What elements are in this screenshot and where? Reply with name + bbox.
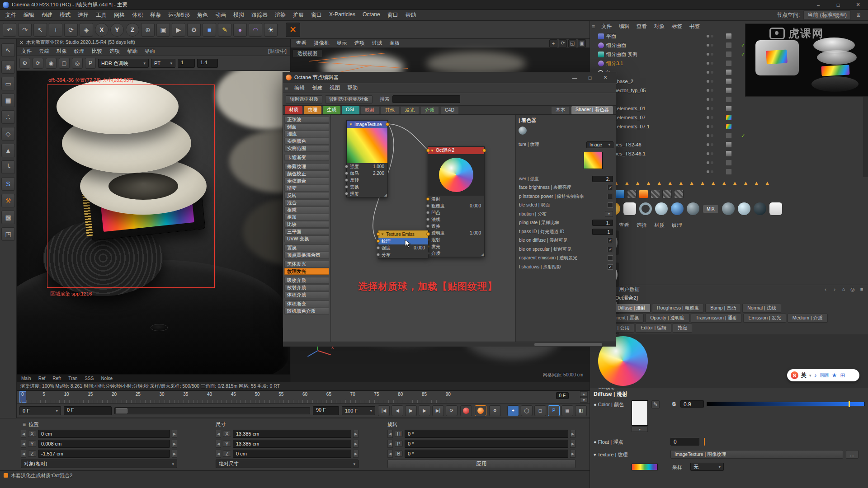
material-tab[interactable]: Editor | 编辑 bbox=[636, 324, 671, 333]
node-input-dot[interactable] bbox=[426, 211, 429, 214]
attribute-menu-item[interactable]: 用户数据 bbox=[615, 285, 643, 294]
gray-sphere-icon-3[interactable] bbox=[754, 202, 766, 215]
node-editor-menu-item[interactable]: 编辑 bbox=[291, 84, 308, 92]
node-type-item[interactable]: 黑体发光 bbox=[284, 261, 329, 267]
node-search-input[interactable] bbox=[392, 95, 460, 103]
enabled-check-icon[interactable]: ✓ bbox=[741, 52, 745, 57]
render-settings-icon[interactable]: ⚙ bbox=[187, 23, 201, 37]
texture-preset-icon[interactable] bbox=[651, 190, 660, 198]
float-slider-tick[interactable] bbox=[704, 438, 705, 446]
param-dropdown[interactable]: ▾ bbox=[605, 211, 613, 217]
axis-z-toggle[interactable]: Z bbox=[126, 23, 139, 37]
visibility-dots[interactable] bbox=[707, 152, 713, 155]
slider-marker[interactable] bbox=[849, 401, 850, 407]
increment-button[interactable]: ▶ bbox=[353, 440, 359, 448]
object-row[interactable]: shapes_TS2-46 bbox=[590, 140, 868, 149]
warning-triangle-icon[interactable]: ▲ bbox=[711, 180, 716, 186]
coordinate-system-icon[interactable]: ⊕ bbox=[141, 23, 155, 37]
coordinate-input[interactable]: 13.385 cm bbox=[233, 430, 351, 438]
menu-item[interactable]: 选择 bbox=[74, 10, 92, 20]
node-input-dot[interactable] bbox=[345, 165, 348, 168]
timeline-scroll-down[interactable]: ▼ bbox=[580, 397, 588, 403]
menu-item[interactable]: 模式 bbox=[56, 10, 74, 20]
menu-item[interactable]: 角色 bbox=[193, 10, 212, 20]
render-picture-viewer-button[interactable] bbox=[475, 405, 486, 416]
viewport-menu-item[interactable]: 过滤 bbox=[368, 39, 386, 47]
pan-view-icon[interactable]: + bbox=[549, 39, 557, 47]
node-type-item[interactable]: 顶点置换混合器 bbox=[284, 252, 329, 258]
increment-button[interactable]: ▶ bbox=[570, 450, 576, 458]
texture-preset-icon[interactable] bbox=[639, 190, 648, 198]
warning-triangle-icon[interactable]: ▲ bbox=[732, 180, 738, 186]
texture-tag-icon[interactable] bbox=[726, 78, 732, 84]
pick-focus-icon[interactable]: ◎ bbox=[72, 58, 83, 69]
node-editor-hscrollbar[interactable] bbox=[283, 342, 616, 347]
warning-triangle-icon[interactable]: ▲ bbox=[743, 180, 748, 186]
warning-triangle-icon[interactable]: ▲ bbox=[764, 180, 770, 186]
mic-icon[interactable]: ♪ bbox=[814, 372, 817, 379]
add-cube-icon[interactable]: ■ bbox=[203, 23, 216, 37]
decrement-button[interactable]: ◀ bbox=[387, 440, 393, 448]
inspector-tab-shader[interactable]: Shader | 着色器 bbox=[571, 106, 613, 114]
coordinate-input[interactable]: -1.517 cm bbox=[38, 450, 170, 458]
gray-sphere-icon[interactable] bbox=[722, 202, 735, 215]
panel-menu-icon[interactable]: ≡ bbox=[592, 23, 595, 30]
material-tab[interactable]: 指定 bbox=[673, 324, 692, 333]
ring-icon[interactable] bbox=[639, 202, 652, 215]
node-type-item[interactable]: 散射介质 bbox=[284, 284, 329, 291]
increment-button[interactable]: ▶ bbox=[172, 430, 177, 438]
param-checkbox[interactable] bbox=[608, 255, 613, 261]
object-manager-menu-item[interactable]: 文件 bbox=[598, 22, 615, 31]
node-param-row[interactable]: 变换 bbox=[347, 183, 387, 190]
transport-button[interactable]: ⟳ bbox=[446, 405, 458, 416]
node-input-dot[interactable] bbox=[345, 172, 348, 175]
blue-sphere-icon[interactable] bbox=[671, 202, 684, 215]
warning-triangle-icon[interactable]: ▲ bbox=[678, 180, 684, 186]
texture-tag-icon[interactable] bbox=[726, 87, 732, 94]
texture-tag-icon[interactable] bbox=[726, 150, 732, 157]
region-render-icon[interactable]: ▢ bbox=[59, 58, 70, 69]
param-value-field[interactable]: 1. bbox=[592, 220, 613, 226]
inspector-texture-select[interactable]: Image▾ bbox=[586, 141, 613, 148]
warning-triangle-icon[interactable]: ▲ bbox=[635, 180, 641, 186]
rotate-tool-icon[interactable]: ⟳ bbox=[64, 23, 78, 37]
mix-node-chip[interactable]: MIX bbox=[703, 205, 719, 213]
material-tab[interactable]: Opacity | 透明度 bbox=[645, 314, 689, 323]
param-checkbox[interactable]: ✓ bbox=[608, 264, 613, 270]
node-category-tab[interactable]: 发光 bbox=[401, 106, 419, 114]
sky-icon[interactable] bbox=[623, 202, 636, 215]
texture-tag-icon[interactable] bbox=[726, 132, 732, 139]
viewer-menu-item[interactable]: 文件 bbox=[18, 47, 35, 56]
polygons-mode-icon[interactable]: ▲ bbox=[1, 144, 15, 157]
texture-tag-icon[interactable] bbox=[726, 160, 732, 166]
axis-y-toggle[interactable]: Y bbox=[110, 23, 124, 37]
increment-button[interactable]: ▶ bbox=[172, 440, 177, 448]
render-pass-item[interactable]: SSS bbox=[85, 376, 94, 381]
decrement-button[interactable]: ◀ bbox=[387, 430, 393, 438]
render-pass-item[interactable]: Noise bbox=[101, 376, 113, 381]
node-output-dot[interactable] bbox=[482, 149, 486, 152]
transport-button[interactable]: ▶ bbox=[419, 405, 430, 416]
increment-button[interactable]: ▶ bbox=[353, 430, 359, 438]
toggle-view-icon[interactable]: ▣ bbox=[578, 39, 586, 47]
node-type-item[interactable]: 相乘 bbox=[284, 206, 329, 213]
glass-sphere-icon[interactable] bbox=[655, 202, 668, 215]
node-type-item[interactable]: 余弦混合 bbox=[284, 178, 329, 184]
node-param-row[interactable]: 伽马2.200 bbox=[347, 170, 387, 177]
visibility-dots[interactable] bbox=[707, 35, 713, 38]
position-mode-select[interactable]: 对象(相对)▾ bbox=[21, 460, 177, 468]
texture-preset-icon[interactable] bbox=[627, 190, 637, 198]
warning-triangle-icon[interactable]: ▲ bbox=[700, 180, 705, 186]
node-param-row[interactable]: 介质 bbox=[428, 250, 484, 257]
float-value-field[interactable]: 0 bbox=[670, 438, 699, 446]
scene-light-icon[interactable]: ☀ bbox=[264, 23, 278, 37]
decrement-button[interactable]: ◀ bbox=[216, 440, 221, 448]
menu-item[interactable]: Octane bbox=[359, 10, 384, 20]
warning-triangle-icon[interactable]: ▲ bbox=[689, 180, 694, 186]
coordinate-input[interactable]: 0 ° bbox=[405, 450, 568, 458]
menu-item[interactable]: X-Particles bbox=[326, 10, 359, 20]
node-category-tab[interactable]: 映射 bbox=[361, 106, 379, 114]
render-pass-item[interactable]: Refr bbox=[52, 376, 61, 381]
back-icon[interactable]: ‹ bbox=[821, 285, 830, 293]
decrement-button[interactable]: ◀ bbox=[387, 450, 393, 458]
